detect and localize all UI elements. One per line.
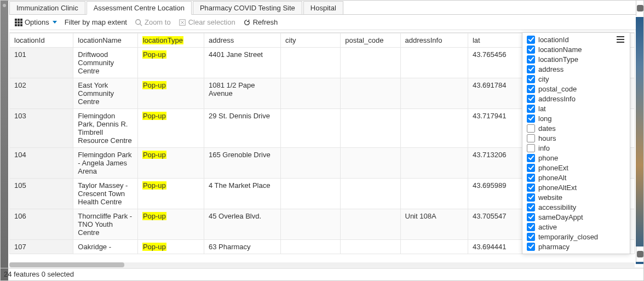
clear-selection-button[interactable]: Clear selection <box>179 18 235 26</box>
field-toggle-dates[interactable]: dates <box>526 123 626 133</box>
col-header-locationId[interactable]: locationId <box>10 33 73 48</box>
cell-locationName: Flemingdon Park - Angela James Arena <box>73 148 138 179</box>
field-toggle-long[interactable]: long <box>526 113 626 123</box>
field-toggle-phoneExt[interactable]: phoneExt <box>526 163 626 173</box>
field-toggle-pharmacy[interactable]: pharmacy <box>526 242 626 251</box>
field-label: phoneAlt <box>538 174 566 182</box>
tab-immunization-clinic[interactable]: Immunization Clinic <box>9 1 85 14</box>
checkbox-icon <box>527 183 535 192</box>
options-label: Options <box>25 18 49 26</box>
col-header-locationType[interactable]: locationType <box>137 33 204 48</box>
field-toggle-locationType[interactable]: locationType <box>526 54 626 64</box>
zoom-icon <box>135 19 142 26</box>
field-toggle-locationName[interactable]: locationName <box>526 44 626 54</box>
cell-locationId: 102 <box>10 78 73 109</box>
filter-by-extent[interactable]: Filter by map extent <box>65 18 127 26</box>
checkbox-icon <box>527 105 535 113</box>
cell-locationType: Pop-up <box>137 109 204 148</box>
field-label: phoneExt <box>538 164 568 172</box>
cell-addressInfo <box>400 109 468 148</box>
cell-addressInfo <box>400 78 468 109</box>
cell-city <box>281 48 341 78</box>
cell-locationId: 107 <box>10 240 73 254</box>
column-menu-button[interactable] <box>616 36 625 43</box>
field-label: info <box>538 144 550 152</box>
filter-label: Filter by map extent <box>65 18 127 26</box>
cell-city <box>281 148 341 179</box>
clear-label: Clear selection <box>188 18 235 26</box>
col-header-address[interactable]: address <box>204 33 280 48</box>
cell-city <box>281 179 341 209</box>
checkbox-icon <box>527 233 535 241</box>
cell-address: 63 Pharmacy <box>204 240 280 254</box>
field-toggle-phoneAlt[interactable]: phoneAlt <box>526 173 626 182</box>
checkbox-icon <box>527 174 535 182</box>
field-label: lat <box>538 105 546 113</box>
field-toggle-phone[interactable]: phone <box>526 153 626 163</box>
cell-locationName: East York Community Centre <box>73 78 138 109</box>
tab-assessment-centre-location[interactable]: Assessment Centre Location <box>87 1 192 15</box>
field-toggle-postal_code[interactable]: postal_code <box>526 84 626 94</box>
field-label: locationId <box>538 36 569 44</box>
field-toggle-addressInfo[interactable]: addressInfo <box>526 94 626 104</box>
checkbox-icon <box>527 223 535 231</box>
cell-locationType: Pop-up <box>137 240 204 254</box>
cell-city <box>281 209 341 240</box>
checkbox-icon <box>527 65 535 73</box>
col-header-postal_code[interactable]: postal_code <box>341 33 400 48</box>
field-label: city <box>538 75 549 83</box>
tab-pharmacy-covid-testing-site[interactable]: Pharmacy COVID Testing Site <box>193 1 302 14</box>
cell-locationName: Thorncliffe Park - TNO Youth Centre <box>73 209 138 240</box>
panel-up-button[interactable] <box>636 1 643 16</box>
horizontal-scrollbar[interactable] <box>9 262 635 267</box>
cell-address: 1081 1/2 Pape Avenue <box>204 78 280 109</box>
scrollbar-thumb[interactable] <box>9 262 124 267</box>
cell-address: 4401 Jane Street <box>204 48 280 78</box>
cell-locationName: Flemingdon Park, Dennis R. Timbrell Reso… <box>73 109 138 148</box>
column-chooser-panel: locationIdlocationNamelocationTypeaddres… <box>522 32 630 254</box>
zoom-to-button[interactable]: Zoom to <box>135 18 171 26</box>
options-menu[interactable]: Options <box>15 18 57 26</box>
cell-address: 165 Grenoble Drive <box>204 148 280 179</box>
checkbox-icon <box>527 193 535 202</box>
field-toggle-locationId[interactable]: locationId <box>526 35 626 44</box>
field-label: active <box>538 223 557 231</box>
cell-locationId: 101 <box>10 48 73 78</box>
field-toggle-active[interactable]: active <box>526 222 626 232</box>
checkbox-icon <box>527 36 535 44</box>
field-toggle-lat[interactable]: lat <box>526 104 626 113</box>
left-dock-strip <box>1 1 8 280</box>
col-header-city[interactable]: city <box>281 33 341 48</box>
cell-postal_code <box>341 179 400 209</box>
cell-locationType: Pop-up <box>137 78 204 109</box>
checkbox-icon <box>527 154 535 162</box>
cell-addressInfo <box>400 179 468 209</box>
field-toggle-sameDayAppt[interactable]: sameDayAppt <box>526 212 626 222</box>
tab-hospital[interactable]: Hospital <box>303 1 343 14</box>
col-header-locationName[interactable]: locationName <box>73 33 138 48</box>
field-toggle-phoneAltExt[interactable]: phoneAltExt <box>526 182 626 192</box>
field-toggle-website[interactable]: website <box>526 192 626 202</box>
refresh-button[interactable]: Refresh <box>243 18 278 26</box>
checkbox-icon <box>527 95 535 103</box>
field-toggle-hours[interactable]: hours <box>526 133 626 143</box>
attribute-table-widget: Immunization ClinicAssessment Centre Loc… <box>0 0 644 281</box>
field-toggle-city[interactable]: city <box>526 74 626 84</box>
cell-locationId: 104 <box>10 148 73 179</box>
field-toggle-accessibility[interactable]: accessibility <box>526 202 626 212</box>
field-toggle-info[interactable]: info <box>526 143 626 153</box>
field-toggle-address[interactable]: address <box>526 64 626 74</box>
status-text: 24 features 0 selected <box>4 270 74 278</box>
col-header-addressInfo[interactable]: addressInfo <box>400 33 468 48</box>
table-toolbar: Options Filter by map extent Zoom to Cle… <box>9 15 643 30</box>
cell-locationType: Pop-up <box>137 148 204 179</box>
status-bar: 24 features 0 selected <box>1 268 643 280</box>
field-label: addressInfo <box>538 95 576 103</box>
field-label: pharmacy <box>538 243 570 251</box>
checkbox-icon <box>527 114 535 123</box>
panel-down-button[interactable] <box>636 246 643 262</box>
field-toggle-temporarily_closed[interactable]: temporarily_closed <box>526 232 626 242</box>
checkbox-icon <box>527 203 535 211</box>
cell-locationType: Pop-up <box>137 179 204 209</box>
cell-locationName: Taylor Massey - Crescent Town Health Cen… <box>73 179 138 209</box>
